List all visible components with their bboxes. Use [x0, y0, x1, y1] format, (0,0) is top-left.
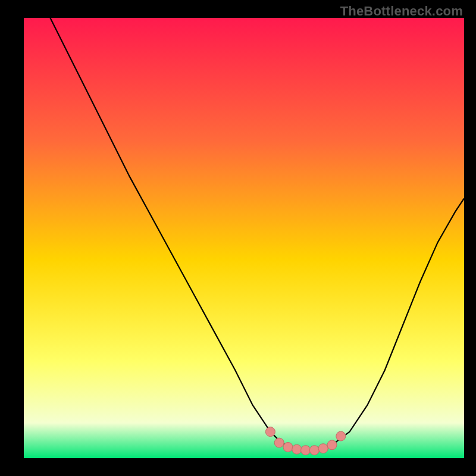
watermark-text: TheBottleneck.com — [340, 4, 463, 19]
marker-point — [318, 444, 328, 453]
gradient-background — [24, 18, 464, 458]
marker-point — [336, 431, 346, 441]
marker-point — [292, 444, 302, 454]
marker-point — [265, 427, 275, 437]
chart-frame: TheBottleneck.com — [0, 0, 476, 476]
marker-point — [283, 443, 293, 452]
marker-point — [301, 446, 311, 455]
marker-point — [274, 438, 284, 447]
marker-point — [327, 440, 337, 450]
chart-plot — [24, 18, 464, 458]
marker-point — [309, 446, 319, 455]
